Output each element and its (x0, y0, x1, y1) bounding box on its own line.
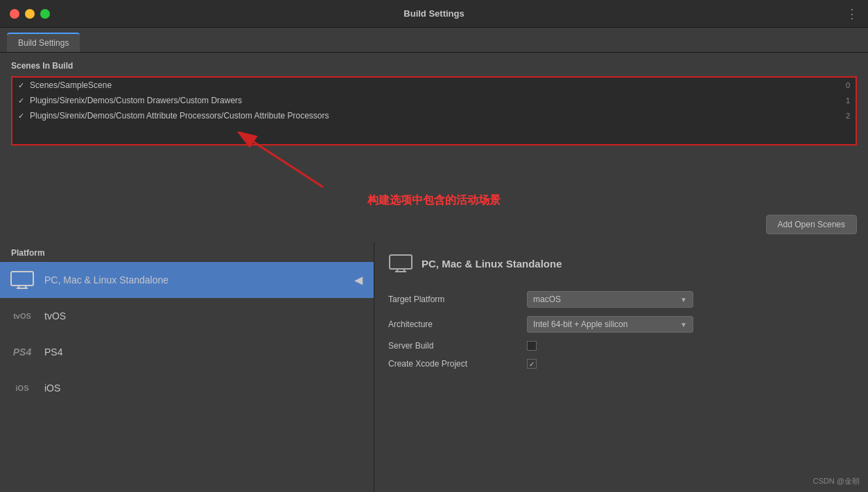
settings-row: Target Platform macOS ▼ (388, 287, 854, 312)
platform-label: tvOS (44, 310, 365, 322)
active-platform-arrow: ◄ (351, 272, 365, 288)
platform-item-tvos[interactable]: tvOS tvOS (0, 298, 374, 334)
settings-label: Architecture (388, 319, 527, 329)
tab-bar: Build Settings (0, 28, 868, 53)
platform-label: PC, Mac & Linux Standalone (44, 274, 343, 285)
window-controls (10, 9, 50, 19)
build-settings-tab[interactable]: Build Settings (7, 33, 80, 52)
annotation-area: 构建选项中包含的活动场景 (11, 152, 857, 215)
create-xcode-project-checkbox[interactable]: ✓ (527, 359, 537, 369)
main-content: Scenes In Build ✓ Scenes/SampleScene 0 ✓… (0, 53, 868, 492)
scene-checkbox[interactable]: ✓ (18, 81, 24, 90)
architecture-dropdown[interactable]: Intel 64-bit + Apple silicon ▼ (527, 316, 693, 333)
settings-row: Create Xcode Project ✓ (388, 355, 854, 373)
settings-control: Intel 64-bit + Apple silicon ▼ (527, 316, 854, 333)
maximize-button[interactable] (40, 9, 50, 19)
platform-item-ios[interactable]: iOS iOS (0, 370, 374, 406)
monitor-icon (388, 254, 413, 273)
watermark: CSDN @金朝 (813, 476, 860, 486)
platform-icon: iOS (8, 377, 36, 399)
add-scenes-row: Add Open Scenes (0, 215, 868, 243)
settings-control (527, 341, 854, 351)
settings-row: Architecture Intel 64-bit + Apple silico… (388, 312, 854, 337)
chevron-down-icon: ▼ (680, 321, 687, 328)
platform-icon: tvOS (8, 305, 36, 327)
scene-name: Scenes/SampleScene (30, 80, 836, 90)
scene-checkbox[interactable]: ✓ (18, 112, 24, 121)
settings-row: Server Build (388, 337, 854, 355)
right-panel-header: PC, Mac & Linux Standalone (388, 254, 854, 273)
close-button[interactable] (10, 9, 19, 19)
platform-left-panel: Platform PC, Mac & Linux Standalone ◄ tv… (0, 243, 374, 492)
platform-item-ps4[interactable]: PS4 PS4 (0, 334, 374, 370)
menu-icon[interactable]: ⋮ (846, 6, 858, 21)
platform-list: PC, Mac & Linux Standalone ◄ tvOS tvOS P… (0, 262, 374, 492)
settings-label: Create Xcode Project (388, 359, 527, 369)
svg-rect-2 (11, 272, 33, 285)
dropdown-value: Intel 64-bit + Apple silicon (533, 319, 627, 329)
platform-icon: PS4 (8, 341, 36, 363)
platform-label: iOS (44, 383, 365, 394)
scene-name: Plugins/Sirenix/Demos/Custom Drawers/Cus… (30, 96, 836, 105)
ios-icon: iOS (16, 384, 29, 392)
scene-item[interactable]: ✓ Plugins/Sirenix/Demos/Custom Drawers/C… (12, 93, 856, 108)
minimize-button[interactable] (25, 9, 35, 19)
scenes-section-title: Scenes In Build (11, 61, 857, 71)
settings-label: Server Build (388, 341, 527, 351)
monitor-icon (10, 270, 35, 290)
svg-rect-6 (390, 255, 412, 269)
settings-label: Target Platform (388, 295, 527, 304)
annotation-arrow (233, 132, 372, 194)
platform-label: PS4 (44, 346, 365, 358)
scene-item[interactable]: ✓ Plugins/Sirenix/Demos/Custom Attribute… (12, 108, 856, 123)
target-platform-dropdown[interactable]: macOS ▼ (527, 291, 693, 308)
settings-control: macOS ▼ (527, 291, 854, 308)
add-open-scenes-button[interactable]: Add Open Scenes (766, 215, 857, 234)
scene-index: 1 (836, 96, 850, 105)
scenes-list: ✓ Scenes/SampleScene 0 ✓ Plugins/Sirenix… (11, 76, 857, 146)
title-bar: Build Settings ⋮ (0, 0, 868, 28)
scene-index: 0 (836, 81, 850, 89)
server-build-checkbox[interactable] (527, 341, 537, 351)
svg-line-1 (254, 142, 323, 187)
settings-rows: Target Platform macOS ▼ Architecture Int… (388, 287, 854, 373)
platform-item-pc-mac-linux[interactable]: PC, Mac & Linux Standalone ◄ (0, 262, 374, 298)
annotation-text: 构建选项中包含的活动场景 (367, 193, 501, 208)
tvos-icon: tvOS (13, 312, 31, 320)
dropdown-value: macOS (533, 295, 561, 304)
scene-index: 2 (836, 112, 850, 120)
platform-section-title: Platform (0, 243, 374, 262)
platform-right-panel: PC, Mac & Linux Standalone Target Platfo… (374, 243, 868, 492)
settings-control: ✓ (527, 359, 854, 369)
scene-item[interactable]: ✓ Scenes/SampleScene 0 (12, 78, 856, 93)
platform-icon (8, 269, 36, 291)
checkmark-icon: ✓ (529, 360, 535, 368)
scenes-section: Scenes In Build ✓ Scenes/SampleScene 0 ✓… (0, 53, 868, 152)
platform-section: Platform PC, Mac & Linux Standalone ◄ tv… (0, 243, 868, 492)
right-panel-title: PC, Mac & Linux Standalone (422, 258, 562, 270)
window-title: Build Settings (403, 8, 464, 19)
ps4-icon: PS4 (13, 346, 31, 358)
chevron-down-icon: ▼ (680, 296, 687, 304)
scene-name: Plugins/Sirenix/Demos/Custom Attribute P… (30, 111, 836, 121)
scene-checkbox[interactable]: ✓ (18, 96, 24, 105)
